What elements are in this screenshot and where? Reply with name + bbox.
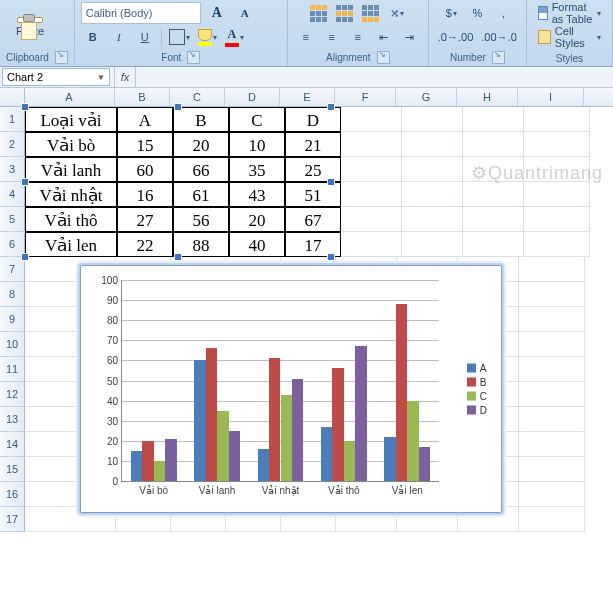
cell[interactable] xyxy=(524,232,590,257)
row-header[interactable]: 10 xyxy=(0,332,25,357)
cell[interactable] xyxy=(402,157,463,182)
cell[interactable]: Vải len xyxy=(25,232,117,257)
cell[interactable] xyxy=(519,332,585,357)
cell[interactable] xyxy=(341,207,402,232)
row-header[interactable]: 13 xyxy=(0,407,25,432)
cell[interactable] xyxy=(519,282,585,307)
cell[interactable] xyxy=(463,132,524,157)
align-center-button[interactable]: ≡ xyxy=(320,26,344,48)
cell[interactable] xyxy=(524,157,590,182)
currency-button[interactable]: $▾ xyxy=(439,2,463,24)
align-middle-button[interactable] xyxy=(333,2,357,24)
align-bottom-button[interactable] xyxy=(359,2,383,24)
cell[interactable]: Loại vải xyxy=(25,107,117,132)
increase-decimal-button[interactable]: .0→.00 xyxy=(435,26,476,48)
selection-handle[interactable] xyxy=(327,103,335,111)
cell[interactable]: Vải bò xyxy=(25,132,117,157)
cell[interactable] xyxy=(519,382,585,407)
cell[interactable]: 10 xyxy=(229,132,285,157)
column-header[interactable]: G xyxy=(396,88,457,106)
cell[interactable]: Vải thô xyxy=(25,207,117,232)
cell[interactable] xyxy=(463,157,524,182)
cell[interactable] xyxy=(519,457,585,482)
column-header[interactable]: I xyxy=(518,88,584,106)
cell[interactable] xyxy=(519,432,585,457)
decrease-decimal-button[interactable]: .00→.0 xyxy=(478,26,519,48)
percent-button[interactable]: % xyxy=(465,2,489,24)
column-header[interactable]: D xyxy=(225,88,280,106)
cell[interactable] xyxy=(519,307,585,332)
chart-object[interactable]: 0102030405060708090100Vải bòVải lanhVải … xyxy=(80,265,502,513)
cell[interactable] xyxy=(524,107,590,132)
row-header[interactable]: 16 xyxy=(0,482,25,507)
column-header[interactable]: B xyxy=(115,88,170,106)
row-header[interactable]: 8 xyxy=(0,282,25,307)
row-header[interactable]: 2 xyxy=(0,132,25,157)
cell[interactable]: A xyxy=(117,107,173,132)
font-name-combo[interactable] xyxy=(81,2,201,24)
cell[interactable]: 67 xyxy=(285,207,341,232)
row-header[interactable]: 11 xyxy=(0,357,25,382)
cell[interactable] xyxy=(524,132,590,157)
selection-handle[interactable] xyxy=(174,103,182,111)
row-header[interactable]: 5 xyxy=(0,207,25,232)
cell[interactable] xyxy=(341,107,402,132)
grow-font-button[interactable]: A xyxy=(205,2,229,24)
name-box[interactable]: Chart 2 ▼ xyxy=(2,68,110,86)
cell[interactable] xyxy=(463,182,524,207)
row-header[interactable]: 14 xyxy=(0,432,25,457)
cell[interactable] xyxy=(519,507,585,532)
align-left-button[interactable]: ≡ xyxy=(294,26,318,48)
selection-handle[interactable] xyxy=(21,178,29,186)
selection-handle[interactable] xyxy=(174,253,182,261)
format-as-table-button[interactable]: Format as Table▾ xyxy=(533,2,606,24)
cell[interactable] xyxy=(519,482,585,507)
column-header[interactable]: F xyxy=(335,88,396,106)
fill-color-button[interactable]: ▾ xyxy=(195,26,220,48)
cell[interactable] xyxy=(463,207,524,232)
orientation-button[interactable]: ⤨▾ xyxy=(385,2,409,24)
clipboard-dialog-launcher[interactable] xyxy=(55,51,68,64)
row-header[interactable]: 15 xyxy=(0,457,25,482)
cell[interactable]: 43 xyxy=(229,182,285,207)
increase-indent-button[interactable]: ⇥ xyxy=(398,26,422,48)
cell[interactable]: C xyxy=(229,107,285,132)
font-dialog-launcher[interactable] xyxy=(187,51,200,64)
borders-button[interactable]: ▾ xyxy=(166,26,193,48)
cell[interactable] xyxy=(341,232,402,257)
row-header[interactable]: 17 xyxy=(0,507,25,532)
cell[interactable]: 40 xyxy=(229,232,285,257)
alignment-dialog-launcher[interactable] xyxy=(377,51,390,64)
cell[interactable]: 20 xyxy=(173,132,229,157)
column-header[interactable]: H xyxy=(457,88,518,106)
selection-handle[interactable] xyxy=(327,178,335,186)
align-top-button[interactable] xyxy=(307,2,331,24)
cell[interactable]: Vải nhật xyxy=(25,182,117,207)
underline-button[interactable]: U xyxy=(133,26,157,48)
worksheet[interactable]: ABCDEFGHI 1Loại vảiABCD2Vải bò152010213V… xyxy=(0,88,613,532)
cell[interactable] xyxy=(402,107,463,132)
cell[interactable]: 27 xyxy=(117,207,173,232)
cell[interactable]: 20 xyxy=(229,207,285,232)
decrease-indent-button[interactable]: ⇤ xyxy=(372,26,396,48)
cell[interactable] xyxy=(402,232,463,257)
name-box-dropdown-icon[interactable]: ▼ xyxy=(97,73,105,82)
cell[interactable] xyxy=(341,132,402,157)
column-header[interactable]: A xyxy=(24,88,115,106)
cell[interactable] xyxy=(463,107,524,132)
cell[interactable]: 60 xyxy=(117,157,173,182)
number-dialog-launcher[interactable] xyxy=(492,51,505,64)
bold-button[interactable]: B xyxy=(81,26,105,48)
cell[interactable] xyxy=(519,407,585,432)
cell[interactable]: Vải lanh xyxy=(25,157,117,182)
cell[interactable] xyxy=(519,357,585,382)
cell[interactable] xyxy=(402,182,463,207)
formula-input[interactable] xyxy=(136,67,613,87)
fx-button[interactable]: fx xyxy=(114,67,136,87)
cell[interactable]: 21 xyxy=(285,132,341,157)
paste-button[interactable]: Paste xyxy=(6,16,54,38)
cell[interactable] xyxy=(341,182,402,207)
cell[interactable]: 15 xyxy=(117,132,173,157)
cell[interactable] xyxy=(519,257,585,282)
font-color-button[interactable]: A ▾ xyxy=(222,26,247,48)
